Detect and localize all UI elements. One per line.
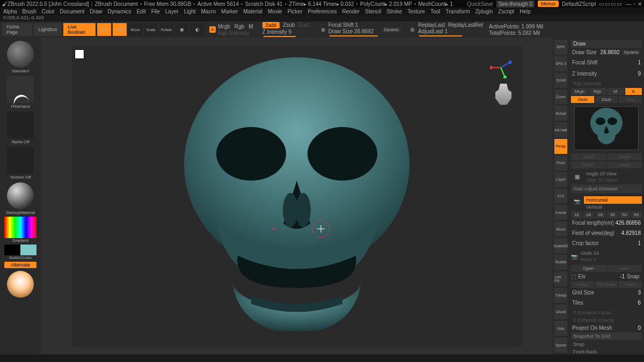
rshelf-persp[interactable]: Persp <box>554 139 567 154</box>
rshelf-rotate[interactable]: Rotate <box>554 255 567 270</box>
dynamic-toggle[interactable]: Dynamic <box>382 27 401 32</box>
menu-transform[interactable]: Transform <box>445 9 470 14</box>
rshelf-linefill[interactable]: Line Fill <box>554 271 567 286</box>
panel-title[interactable]: Draw <box>571 40 642 48</box>
menu-tool[interactable]: Tool <box>430 9 440 14</box>
liveboolean-button[interactable]: Live Boolean <box>63 23 96 36</box>
persp-icon[interactable]: ▦ <box>571 171 583 183</box>
rshelf-actual[interactable]: Actual <box>554 106 567 121</box>
preview-thumb[interactable] <box>574 106 639 150</box>
gear-icon[interactable]: ⚙ <box>410 27 415 33</box>
menu-movie[interactable]: Movie <box>268 9 282 14</box>
zsub-button[interactable]: Zsub <box>283 22 295 28</box>
rshelf-ghost[interactable]: Ghost <box>554 305 567 320</box>
menu-zplugin[interactable]: Zplugin <box>475 9 493 14</box>
menus-toggle[interactable]: Menus <box>538 1 559 7</box>
menu-light[interactable]: Light <box>184 9 196 14</box>
rshelf-bpr[interactable]: BPR <box>554 40 567 55</box>
stroke-picker[interactable]: FreeHand <box>2 75 39 109</box>
menu-material[interactable]: Material <box>243 9 262 14</box>
yinyang-button[interactable]: ◐ <box>191 23 204 36</box>
mm-18[interactable]: 18 <box>571 211 582 218</box>
alternate-button[interactable]: Alternate <box>4 262 36 268</box>
drawsize[interactable]: Draw Size 26.8692 <box>328 28 379 34</box>
mrgb-button[interactable]: Mrgb <box>218 24 230 29</box>
zadd-button[interactable]: Zadd <box>262 22 280 28</box>
move-button[interactable]: Move <box>128 23 142 36</box>
camera-undo-icon[interactable]: 📷 <box>571 254 577 260</box>
switch-color[interactable]: SwitchColor <box>2 245 39 260</box>
adjustlast[interactable]: AdjustLast 1 <box>418 28 483 34</box>
mm-35[interactable]: 35 <box>607 211 618 218</box>
zadd-btn[interactable]: Zadd <box>571 96 594 103</box>
skull-mesh[interactable] <box>168 57 426 346</box>
defaultzscript[interactable]: DefaultZScript <box>562 1 596 7</box>
menu-zscript[interactable]: Zscript <box>498 9 514 14</box>
seethrough[interactable]: See-through 0 <box>496 1 535 8</box>
rshelf-scroll[interactable]: Scroll <box>554 73 567 88</box>
save-button[interactable]: Save <box>607 265 642 272</box>
menu-macro[interactable]: Macro <box>201 9 216 14</box>
rotate-button[interactable]: Rotate <box>159 23 173 36</box>
menu-edit[interactable]: Edit <box>136 9 145 14</box>
menu-color[interactable]: Color <box>42 9 55 14</box>
rshelf-xpose[interactable]: Xpose <box>554 337 567 352</box>
zcut-btn[interactable]: Zcut <box>619 96 642 103</box>
menu-stroke[interactable]: Stroke <box>386 9 402 14</box>
replaylast-button[interactable]: ReplayLast <box>418 22 445 28</box>
open-button[interactable]: Open <box>571 265 606 272</box>
rshelf-aahalf[interactable]: AA Half <box>554 122 567 137</box>
menu-layer[interactable]: Layer <box>165 9 179 14</box>
m-button[interactable]: M <box>248 24 253 29</box>
menu-picker[interactable]: Picker <box>288 9 303 14</box>
rshelf-xyz[interactable]: XYZ <box>554 189 567 204</box>
menu-dynamics[interactable]: Dynamics <box>108 9 131 14</box>
mm-28[interactable]: 28 <box>595 211 606 218</box>
camera-icon[interactable]: 📷 <box>571 195 583 210</box>
minimize-button[interactable]: — <box>626 1 631 7</box>
a-btn[interactable]: A <box>625 88 642 95</box>
texture-picker[interactable]: Texture Off <box>2 146 39 180</box>
close-button[interactable]: ✕ <box>638 1 642 7</box>
mm-85[interactable]: 85 <box>631 211 642 218</box>
rgb-btn[interactable]: Rgb <box>589 88 606 95</box>
mrgb-btn[interactable]: Mrgb <box>571 88 588 95</box>
scale-button[interactable]: Scale <box>144 23 158 36</box>
material-picker[interactable]: StartupMaterial <box>2 181 39 215</box>
menu-texture[interactable]: Texture <box>407 9 425 14</box>
menu-draw[interactable]: Draw <box>90 9 102 14</box>
replaylastrel-button[interactable]: ReplayLastRel <box>448 22 483 28</box>
menu-file[interactable]: File <box>151 9 160 14</box>
rshelf-scale3d[interactable]: Scale3D <box>554 238 567 253</box>
maximize-button[interactable]: ▫ <box>633 1 635 7</box>
m-btn[interactable]: M <box>607 88 624 95</box>
rshelf-transp[interactable]: Transp <box>554 288 567 303</box>
alpha-picker[interactable]: Alpha Off <box>2 110 39 144</box>
axis-gizmo[interactable] <box>490 57 511 78</box>
color-picker[interactable]: Gradient <box>2 217 39 243</box>
rshelf-lsym[interactable]: LSym <box>554 172 567 187</box>
quicksave-button[interactable]: QuickSave <box>467 1 493 7</box>
rshelf-frame[interactable]: Frame <box>554 205 567 220</box>
menu-preferences[interactable]: Preferences <box>308 9 336 14</box>
menu-stencil[interactable]: Stencil <box>365 9 381 14</box>
snapgrid-button[interactable]: Snapshot To Grid <box>571 333 642 340</box>
rshelf-zoom[interactable]: Zoom <box>554 90 567 105</box>
brush-picker[interactable]: Standard <box>2 40 39 73</box>
mm-24[interactable]: 24 <box>583 211 594 218</box>
menu-help[interactable]: Help <box>519 9 531 14</box>
edit-button[interactable]: Edit <box>97 23 111 36</box>
lightbox-button[interactable]: LightBox <box>34 23 62 36</box>
layout-icons[interactable]: ▭▭▭▭ <box>599 1 623 7</box>
menu-document[interactable]: Document <box>60 9 85 14</box>
zint-label[interactable]: Z Intensity 9 <box>262 29 309 35</box>
autoadjust-button[interactable]: Auto Adjust Distance <box>571 184 642 193</box>
document-tab[interactable] <box>75 49 84 59</box>
menu-alpha[interactable]: Alpha <box>3 9 17 14</box>
floor-icon[interactable]: ⬚ <box>571 274 576 279</box>
viewport[interactable] <box>41 38 553 354</box>
menu-brush[interactable]: Brush <box>23 9 36 14</box>
head-widget[interactable] <box>495 84 511 105</box>
menu-render[interactable]: Render <box>342 9 360 14</box>
draw-button[interactable]: Draw <box>113 23 127 36</box>
